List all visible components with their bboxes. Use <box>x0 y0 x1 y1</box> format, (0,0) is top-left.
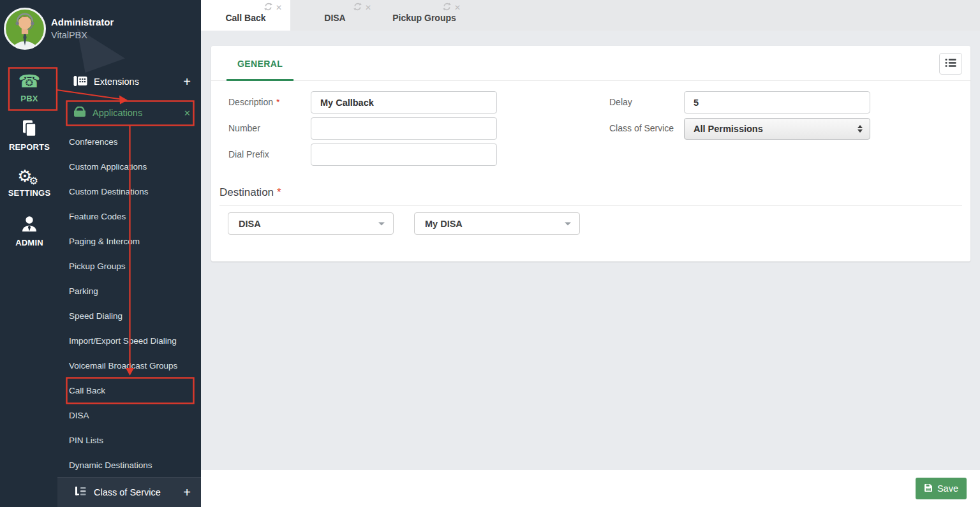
add-class-of-service-button[interactable]: + <box>183 485 191 500</box>
menu-item-pickup-groups[interactable]: Pickup Groups <box>57 254 201 279</box>
menu-item-dynamic-destinations[interactable]: Dynamic Destinations <box>57 453 201 478</box>
destination-target-value: My DISA <box>425 219 463 229</box>
rail-label-admin: ADMIN <box>0 238 59 247</box>
save-floppy-icon <box>924 483 933 494</box>
rail-item-pbx[interactable]: ☎ PBX <box>0 71 59 103</box>
menu-item-custom-destinations[interactable]: Custom Destinations <box>57 179 201 204</box>
gears-icon: ⚙⚙ <box>0 166 59 186</box>
number-field[interactable] <box>311 117 497 140</box>
close-tab-icon[interactable]: ✕ <box>276 4 282 11</box>
tab-general[interactable]: GENERAL <box>226 46 293 81</box>
list-view-button[interactable] <box>939 53 962 75</box>
destination-target-dropdown[interactable]: My DISA <box>414 212 580 235</box>
applications-icon <box>73 107 86 119</box>
required-marker: * <box>276 97 279 107</box>
reports-documents-icon <box>0 120 59 140</box>
close-tab-icon[interactable]: ✕ <box>365 4 371 11</box>
rail-item-reports[interactable]: REPORTS <box>0 120 59 152</box>
list-icon <box>945 58 956 70</box>
class-of-service-select[interactable]: All Permissions <box>684 118 870 140</box>
refresh-tab-icon[interactable] <box>443 3 451 13</box>
tab-pickup-groups-label: Pickup Groups <box>392 13 456 23</box>
footer-bar: Save <box>201 470 980 507</box>
save-button-label: Save <box>937 483 958 494</box>
sidebar-item-extensions[interactable]: Extensions + <box>57 71 201 92</box>
tab-disa-label: DISA <box>324 13 345 23</box>
admin-person-icon <box>0 216 59 236</box>
description-field[interactable] <box>311 91 497 114</box>
user-name: Administrator <box>51 17 114 27</box>
applications-label: Applications <box>93 108 177 118</box>
required-marker: * <box>277 186 281 198</box>
menu-item-import-export-speed-dialing[interactable]: Import/Export Speed Dialing <box>57 328 201 353</box>
refresh-tab-icon[interactable] <box>264 3 272 13</box>
tab-pickup-groups[interactable]: Pickup Groups ✕ <box>380 0 469 31</box>
number-label: Number <box>228 117 260 140</box>
card-header: GENERAL <box>211 46 970 81</box>
pbx-phone-icon: ☎ <box>0 71 59 92</box>
destination-divider <box>219 205 962 206</box>
extensions-phone-icon <box>73 75 87 89</box>
extensions-label: Extensions <box>94 77 177 87</box>
description-label: Description* <box>228 91 279 114</box>
user-org: VitalPBX <box>51 30 87 40</box>
sidebar-item-class-of-service[interactable]: Class of Service + <box>57 477 201 507</box>
menu-item-voicemail-broadcast-groups[interactable]: Voicemail Broadcast Groups <box>57 353 201 378</box>
sidebar: Administrator VitalPBX ☎ PBX REPORTS ⚙⚙ … <box>0 0 201 507</box>
close-applications-icon[interactable]: ✕ <box>184 108 191 118</box>
menu-item-pin-lists[interactable]: PIN Lists <box>57 428 201 453</box>
call-back-form-card: GENERAL Description* Number Dial Prefix … <box>211 46 970 261</box>
rail-label-reports: REPORTS <box>0 142 59 152</box>
rail-label-pbx: PBX <box>0 94 59 103</box>
menu-item-speed-dialing[interactable]: Speed Dialing <box>57 304 201 328</box>
select-updown-icon <box>858 125 863 133</box>
destination-type-dropdown[interactable]: DISA <box>228 212 394 235</box>
rail-label-settings: SETTINGS <box>0 188 59 198</box>
dial-prefix-label: Dial Prefix <box>228 143 269 166</box>
delay-field[interactable] <box>684 91 870 114</box>
menu-item-parking[interactable]: Parking <box>57 279 201 304</box>
tab-disa[interactable]: DISA ✕ <box>290 0 380 31</box>
avatar[interactable] <box>4 8 46 50</box>
sidebar-item-applications[interactable]: Applications ✕ <box>57 101 201 125</box>
tab-call-back-label: Call Back <box>225 13 265 23</box>
add-extension-button[interactable]: + <box>183 75 191 89</box>
delay-label: Delay <box>609 91 632 114</box>
menu-item-conferences[interactable]: Conferences <box>57 129 201 154</box>
class-of-service-tree-icon <box>73 487 87 499</box>
refresh-tab-icon[interactable] <box>353 3 362 13</box>
applications-menu: Conferences Custom Applications Custom D… <box>57 129 201 478</box>
save-button[interactable]: Save <box>916 478 967 499</box>
dial-prefix-field[interactable] <box>311 143 497 166</box>
close-tab-icon[interactable]: ✕ <box>454 4 461 11</box>
menu-item-call-back[interactable]: Call Back <box>57 378 201 403</box>
menu-item-disa[interactable]: DISA <box>57 403 201 428</box>
rail-item-settings[interactable]: ⚙⚙ SETTINGS <box>0 166 59 198</box>
menu-item-custom-applications[interactable]: Custom Applications <box>57 154 201 179</box>
menu-item-feature-codes[interactable]: Feature Codes <box>57 204 201 229</box>
rail-item-admin[interactable]: ADMIN <box>0 216 59 247</box>
class-of-service-label: Class of Service <box>94 487 177 497</box>
destination-heading: Destination* <box>219 186 281 199</box>
chevron-down-icon <box>565 222 571 225</box>
chevron-down-icon <box>378 222 385 225</box>
tab-call-back[interactable]: Call Back ✕ <box>201 0 290 31</box>
class-of-service-selected-value: All Permissions <box>694 124 763 134</box>
tab-bar: Call Back ✕ DISA <box>201 0 980 31</box>
menu-item-paging-intercom[interactable]: Paging & Intercom <box>57 229 201 254</box>
class-of-service-field-label: Class of Service <box>609 117 674 140</box>
destination-type-value: DISA <box>239 219 261 229</box>
